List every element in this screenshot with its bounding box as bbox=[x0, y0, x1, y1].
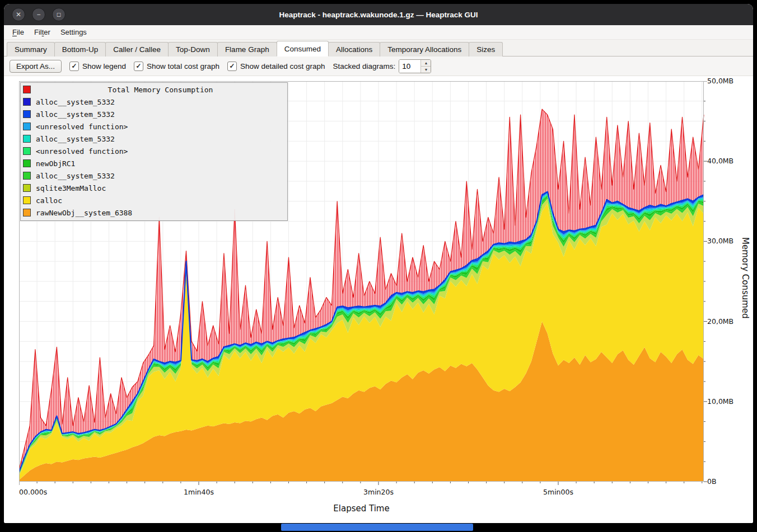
legend-swatch bbox=[23, 172, 31, 180]
y-tick-label: 30,0MB bbox=[707, 237, 733, 245]
legend-label: alloc__system_5332 bbox=[36, 135, 115, 143]
y-tick-label: 50,0MB bbox=[707, 77, 733, 85]
checkbox-label: Show detailed cost graph bbox=[240, 62, 325, 70]
checkbox-show-detailed-cost-graph[interactable]: ✓Show detailed cost graph bbox=[227, 62, 325, 71]
checkbox-group: ✓Show legend✓Show total cost graph✓Show … bbox=[69, 62, 325, 71]
y-tick-label: 10,0MB bbox=[707, 397, 733, 406]
legend-item: alloc__system_5332 bbox=[23, 170, 285, 182]
tab-top-down[interactable]: Top-Down bbox=[168, 42, 218, 57]
legend-item: <unresolved function> bbox=[23, 120, 285, 133]
app-window: ✕ − ◻ Heaptrack - heaptrack.wakunode.1.g… bbox=[4, 4, 753, 523]
bottom-accent-bar bbox=[281, 524, 473, 531]
menu-bar: FileFilterSettings bbox=[4, 25, 753, 40]
legend-label: sqlite3MemMalloc bbox=[36, 184, 106, 192]
tab-caller-callee[interactable]: Caller / Callee bbox=[105, 42, 169, 57]
legend-swatch bbox=[23, 98, 31, 106]
window-controls: ✕ − ◻ bbox=[4, 8, 66, 21]
maximize-button[interactable]: ◻ bbox=[52, 8, 66, 21]
legend-label: alloc__system_5332 bbox=[36, 172, 115, 180]
legend-label: alloc__system_5332 bbox=[36, 98, 115, 106]
tab-bottom-up[interactable]: Bottom-Up bbox=[54, 42, 106, 57]
close-button[interactable]: ✕ bbox=[12, 8, 25, 21]
checkbox-show-legend[interactable]: ✓Show legend bbox=[69, 62, 126, 71]
x-tick-label: 3min20s bbox=[363, 488, 394, 496]
y-axis-label: Memory Consumed bbox=[740, 237, 750, 319]
tab-bar: SummaryBottom-UpCaller / CalleeTop-DownF… bbox=[4, 40, 753, 57]
checkbox-show-total-cost-graph[interactable]: ✓Show total cost graph bbox=[134, 62, 219, 71]
y-tick-label: 0B bbox=[707, 477, 717, 486]
checkbox-box[interactable]: ✓ bbox=[134, 62, 143, 71]
toolbar: Export As... ✓Show legend✓Show total cos… bbox=[4, 57, 753, 76]
x-tick-label: 00.000s bbox=[19, 488, 47, 496]
legend-swatch bbox=[23, 196, 31, 204]
x-axis-label: Elapsed Time bbox=[19, 503, 704, 514]
chart-area: Total Memory Consumptionalloc__system_53… bbox=[4, 76, 753, 523]
stacked-diagrams-label: Stacked diagrams: bbox=[333, 62, 396, 70]
legend-swatch bbox=[23, 123, 31, 130]
stacked-diagrams-input[interactable] bbox=[399, 60, 420, 73]
legend-label: rawNewObj__system_6388 bbox=[36, 209, 132, 217]
checkbox-box[interactable]: ✓ bbox=[227, 62, 237, 71]
menu-file[interactable]: File bbox=[7, 26, 29, 38]
legend-item: alloc__system_5332 bbox=[23, 96, 285, 108]
legend-item: calloc bbox=[23, 194, 285, 206]
checkbox-box[interactable]: ✓ bbox=[69, 62, 79, 71]
legend-item: rawNewObj__system_6388 bbox=[23, 206, 285, 219]
y-tick-label: 40,0MB bbox=[707, 157, 733, 165]
chart-legend: Total Memory Consumptionalloc__system_53… bbox=[20, 82, 288, 221]
legend-swatch bbox=[23, 184, 31, 192]
tab-flame-graph[interactable]: Flame Graph bbox=[217, 42, 277, 57]
tab-sizes[interactable]: Sizes bbox=[469, 42, 503, 57]
legend-title-row: Total Memory Consumption bbox=[23, 83, 285, 96]
checkbox-label: Show legend bbox=[82, 62, 126, 70]
tab-temporary-allocations[interactable]: Temporary Allocations bbox=[380, 42, 469, 57]
window-title: Heaptrack - heaptrack.wakunode.1.gz — He… bbox=[4, 11, 753, 19]
menu-settings[interactable]: Settings bbox=[55, 26, 92, 38]
legend-swatch bbox=[23, 147, 31, 155]
legend-label: alloc__system_5332 bbox=[36, 110, 115, 119]
stacked-diagrams-spinbox: ▲ ▼ bbox=[399, 59, 431, 73]
tab-allocations[interactable]: Allocations bbox=[328, 42, 380, 57]
tab-consumed[interactable]: Consumed bbox=[277, 41, 329, 57]
y-tick-label: 20,0MB bbox=[707, 317, 733, 326]
legend-label: calloc bbox=[36, 196, 62, 205]
spin-down-button[interactable]: ▼ bbox=[421, 67, 431, 73]
legend-swatch bbox=[23, 159, 31, 167]
legend-swatch bbox=[23, 86, 31, 93]
minimize-button[interactable]: − bbox=[32, 8, 45, 21]
tab-summary[interactable]: Summary bbox=[7, 42, 55, 57]
desktop: { "window": { "title": "Heaptrack - heap… bbox=[0, 0, 757, 532]
legend-label: <unresolved function> bbox=[36, 123, 128, 131]
legend-item: alloc__system_5332 bbox=[23, 108, 285, 120]
legend-item: newObjRC1 bbox=[23, 157, 285, 170]
export-as-button[interactable]: Export As... bbox=[10, 60, 62, 73]
menu-filter[interactable]: Filter bbox=[29, 26, 55, 38]
stacked-diagrams-control: Stacked diagrams: ▲ ▼ bbox=[333, 59, 432, 73]
legend-swatch bbox=[23, 110, 31, 118]
checkbox-label: Show total cost graph bbox=[147, 62, 219, 70]
x-tick-label: 1min40s bbox=[184, 488, 214, 496]
legend-item: <unresolved function> bbox=[23, 145, 285, 157]
spin-up-button[interactable]: ▲ bbox=[421, 60, 431, 67]
legend-swatch bbox=[23, 135, 31, 143]
legend-title: Total Memory Consumption bbox=[36, 86, 285, 94]
title-bar: ✕ − ◻ Heaptrack - heaptrack.wakunode.1.g… bbox=[4, 4, 753, 25]
legend-label: newObjRC1 bbox=[36, 159, 75, 168]
legend-swatch bbox=[23, 209, 31, 216]
x-tick-label: 5min00s bbox=[543, 488, 573, 496]
legend-label: <unresolved function> bbox=[36, 147, 128, 156]
legend-item: alloc__system_5332 bbox=[23, 133, 285, 145]
legend-item: sqlite3MemMalloc bbox=[23, 182, 285, 194]
